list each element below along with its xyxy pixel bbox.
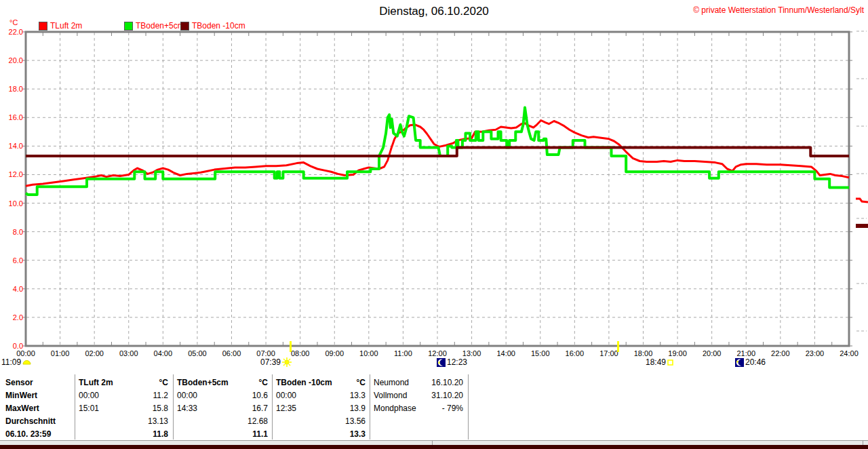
value-temp: 13.13 [148,416,168,427]
weather-station-screen: Dienstag, 06.10.2020 © private Wettersta… [0,0,868,449]
table-row-label: MinWert [5,390,73,401]
value-temp: 13.56 [345,416,366,427]
x-axis-label: 01:00 [51,349,70,357]
x-axis-label: 22:00 [771,349,790,357]
x-axis-label: 09:00 [325,349,344,357]
table-divider [272,374,273,440]
sunset-icon [667,359,673,366]
value-temp: 10.6 [252,390,268,401]
table-column-header: TBoden -10cm°C [276,377,366,388]
table-value-row: 00:0011.2 [79,390,168,401]
value-time: 12:35 [276,403,296,414]
x-axis-label: 14:00 [496,349,515,357]
y-axis-label: 8.0 [13,228,23,236]
x-axis-label: 19:00 [668,349,687,357]
x-axis-label: 08:00 [291,349,310,357]
y-axis-label: 12.0 [9,170,23,178]
value-temp: 13.3 [350,429,366,440]
x-axis-label: 03:00 [119,349,138,357]
x-axis-label: 12:00 [428,349,447,357]
sensor-unit: °C [159,377,168,388]
table-value-row: 13.13 [79,416,168,427]
moon-info-label: Vollmond [374,390,407,401]
value-time: 15:01 [79,403,99,414]
value-temp: 16.7 [252,403,268,414]
y-axis-label: 16.0 [9,113,23,121]
y-axis-label: 10.0 [9,199,23,208]
value-temp: 11.1 [252,429,268,440]
event-time-label: 18:49 [646,357,666,367]
x-axis-label: 06:00 [222,349,241,357]
x-axis-label: 00:00 [16,349,35,357]
moonset-icon [735,358,744,367]
sun-moon-event: 12:23 [437,357,467,367]
sun-event-axis-tick [290,341,292,352]
x-axis-label: 05:00 [188,349,207,357]
value-time: 00:00 [79,390,99,401]
table-divider [370,374,370,440]
y-axis-label: 18.0 [9,85,23,93]
x-axis-label: 20:00 [703,349,722,357]
moon-info-value: 31.10.20 [431,390,463,401]
sun-moon-event: 11:09 [1,357,31,367]
x-axis-label: 21:00 [736,349,755,357]
moon-info-row: Vollmond31.10.20 [374,390,463,401]
table-value-row: 13.56 [276,416,366,427]
moon-info-row: Mondphase- 79% [374,403,463,414]
sun-moon-event: 07:39 [260,357,292,367]
x-axis-label: 04:00 [154,349,173,357]
table-row-label: MaxWert [5,403,73,414]
x-axis-label: 02:00 [85,349,104,357]
moon-info-label: Mondphase [374,403,416,414]
table-value-row: 00:0013.3 [276,390,366,401]
adjacent-chart-darkred-fragment [856,224,868,228]
table-column-header: TLuft 2m°C [79,377,168,388]
moonrise-icon [437,358,446,367]
sensor-name: TLuft 2m [79,377,113,388]
table-divider [173,374,174,440]
x-axis-label: 13:00 [462,349,481,357]
stats-table: SensorMinWertMaxWertDurchschnitt06.10. 2… [0,374,868,440]
table-row-label: 06.10. 23:59 [5,429,73,440]
moon-info-label: Neumond [374,377,409,388]
y-axis-label: 4.0 [13,285,23,293]
sun-moon-event-row: 11:0907:3912:2318:4920:46 [0,357,868,370]
moon-half-icon [22,358,31,366]
table-value-row: 00:0010.6 [177,390,268,401]
sensor-name: TBoden+5cm [177,377,229,388]
sensor-unit: °C [259,377,268,388]
sensor-name: TBoden -10cm [276,377,332,388]
value-temp: 15.8 [153,403,168,414]
value-time: 00:00 [276,390,296,401]
value-temp: 12.68 [248,416,268,427]
x-axis-label: 15:00 [531,349,550,357]
x-axis-label: 23:00 [806,349,825,357]
y-axis-label: 14.0 [9,142,23,150]
x-axis-label: 07:00 [256,349,275,357]
table-value-row: 11.1 [177,429,268,440]
value-temp: 11.2 [153,390,168,401]
x-axis-label: 17:00 [599,349,618,357]
sensor-unit: °C [357,377,366,388]
x-axis-label: 16:00 [566,349,585,357]
table-row-label: Durchschnitt [5,416,73,427]
value-temp: 13.3 [350,390,366,401]
y-axis-label: 22.0 [9,28,23,36]
value-time: 14:33 [177,403,197,414]
moon-info-value: 16.10.20 [431,377,463,388]
sun-moon-event: 20:46 [735,357,766,367]
window-bottom-bar [0,445,868,449]
table-value-row: 15:0115.8 [79,403,168,414]
event-time-label: 11:09 [1,357,21,367]
event-time-label: 07:39 [260,357,281,367]
x-axis-label: 10:00 [359,349,378,357]
y-axis-label: 6.0 [13,256,23,265]
x-axis-label: 24:00 [840,349,859,357]
moon-info-row: Neumond16.10.20 [374,377,463,388]
table-value-row: 11.8 [79,429,168,440]
moon-info-value: - 79% [442,403,463,414]
x-axis-label: 18:00 [634,349,653,357]
temperature-chart: 22.020.018.016.014.012.010.08.06.04.02.0… [0,0,868,374]
event-time-label: 12:23 [447,357,467,367]
value-temp: 11.8 [153,429,168,440]
